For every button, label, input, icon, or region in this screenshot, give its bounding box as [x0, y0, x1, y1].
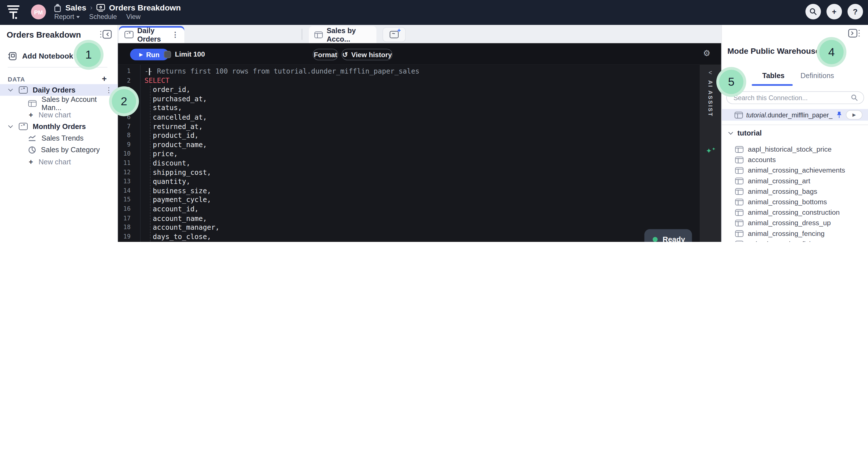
code-text: -- Returns first 100 rows from tutorial.…	[135, 67, 419, 76]
menu-schedule[interactable]: Schedule	[89, 13, 117, 20]
chevron-down-icon[interactable]	[8, 87, 13, 92]
panel-collapse-button[interactable]	[848, 29, 860, 38]
table-list-item[interactable]: animal_crossing_fish	[722, 239, 868, 242]
limit-label[interactable]: Limit 100	[175, 50, 205, 58]
line-number: 19	[118, 232, 135, 241]
sidebar-item-monthly-orders[interactable]: Monthly Orders	[0, 121, 118, 132]
table-icon	[28, 100, 36, 106]
code-line[interactable]: 6 cancelled_at,	[118, 113, 672, 122]
schema-search-input[interactable]	[733, 93, 848, 102]
create-button[interactable]: +	[827, 4, 842, 20]
pin-icon[interactable]	[836, 111, 842, 118]
table-list-item[interactable]: animal_crossing_bottoms	[722, 197, 868, 207]
table-icon	[735, 198, 743, 205]
tab-daily-orders[interactable]: Daily Orders ⋮	[119, 26, 184, 43]
code-line[interactable]: 19 days_to_close,	[118, 232, 672, 241]
annotation-badge-1: 1	[76, 43, 101, 67]
table-icon	[735, 146, 743, 153]
kebab-menu-icon[interactable]: ⋮	[172, 31, 179, 39]
menu-view[interactable]: View	[126, 13, 140, 20]
table-list-item[interactable]: animal_crossing_dress_up	[722, 218, 868, 228]
status-dot	[653, 236, 658, 242]
schema-search[interactable]	[726, 91, 864, 104]
add-data-button[interactable]: +	[102, 73, 107, 83]
code-line[interactable]: 3 order_id,	[118, 86, 672, 94]
sidebar-collapse-button[interactable]	[100, 30, 112, 39]
sidebar-item-daily-orders[interactable]: Daily Orders ⋮	[0, 84, 118, 96]
schema-group-tutorial[interactable]: tutorial	[729, 129, 762, 137]
line-number: 9	[118, 140, 135, 149]
avatar[interactable]: PM	[31, 4, 46, 20]
code-line[interactable]: 1 -- Returns first 100 rows from tutoria…	[118, 67, 672, 76]
limit-checkbox[interactable]	[164, 51, 171, 58]
code-line[interactable]: 15 payment_cycle,	[118, 195, 672, 204]
table-list-item[interactable]: animal_crossing_art	[722, 176, 868, 186]
code-line[interactable]: 12 shipping_cost,	[118, 168, 672, 177]
table-icon	[314, 31, 322, 38]
ai-assist-panel[interactable]: < AI ASSIST ✦✦	[700, 65, 721, 242]
mode-logo-icon[interactable]	[6, 5, 20, 20]
code-line[interactable]: 14 business_size,	[118, 186, 672, 195]
line-number: 14	[118, 186, 135, 195]
code-line[interactable]: 11 discount,	[118, 159, 672, 168]
code-line[interactable]: 16 account_id,	[118, 205, 672, 214]
menu-report[interactable]: Report	[54, 13, 80, 20]
help-button[interactable]: ?	[848, 4, 863, 20]
table-list-item[interactable]: aapl_historical_stock_price	[722, 144, 868, 154]
line-number: 16	[118, 205, 135, 214]
sidebar-new-chart-1[interactable]: + New chart	[0, 109, 118, 121]
table-list-item[interactable]: animal_crossing_fencing	[722, 228, 868, 239]
chevron-down-icon[interactable]	[8, 123, 13, 128]
data-section-label: DATA	[8, 76, 25, 82]
collection-icon	[54, 4, 61, 12]
code-text: account_name,	[135, 214, 207, 223]
search-button[interactable]	[805, 4, 821, 20]
run-button[interactable]: ▶ Run	[130, 49, 169, 60]
code-line[interactable]: 9 product_name,	[118, 140, 672, 149]
table-icon	[735, 241, 743, 242]
format-button[interactable]: Format	[313, 49, 338, 60]
line-number: 1	[118, 67, 135, 76]
sidebar-item-sales-by-account[interactable]: Sales by Account Man...	[0, 97, 118, 109]
line-number: 6	[118, 113, 135, 122]
code-line[interactable]: 10 price,	[118, 150, 672, 159]
query-icon	[124, 31, 133, 38]
table-list-item[interactable]: accounts	[722, 154, 868, 165]
tab-sales-by-account[interactable]: Sales by Acco...	[309, 26, 377, 43]
tab-tables[interactable]: Tables	[762, 71, 784, 80]
table-list-item[interactable]: animal_crossing_bags	[722, 186, 868, 196]
sidebar-item-sales-trends[interactable]: Sales Trends	[0, 132, 118, 144]
code-line[interactable]: 13 quantity,	[118, 177, 672, 186]
code-line[interactable]: 8 product_id,	[118, 131, 672, 140]
code-line[interactable]: 20 shipping_mode,	[118, 242, 672, 242]
code-line[interactable]: 17 account_name,	[118, 214, 672, 223]
code-line[interactable]: 5 status,	[118, 104, 672, 113]
pinned-table: .dunder_mifflin_paper_sales	[766, 111, 833, 119]
new-chart-tab-button[interactable]	[382, 27, 406, 42]
code-line[interactable]: 18 account_manager,	[118, 223, 672, 232]
play-icon: ▶	[140, 52, 143, 57]
table-icon	[735, 167, 743, 174]
table-icon	[735, 209, 743, 216]
table-list-item[interactable]: animal_crossing_achievements	[722, 165, 868, 176]
table-icon	[735, 177, 743, 184]
preview-table-button[interactable]: ▶	[846, 110, 863, 119]
tab-definitions[interactable]: Definitions	[800, 71, 834, 80]
gear-icon[interactable]: ⚙	[703, 48, 710, 58]
sidebar-new-chart-2[interactable]: + New chart	[0, 156, 118, 168]
code-line[interactable]: 4 purchased_at,	[118, 94, 672, 103]
sql-editor[interactable]: 1 -- Returns first 100 rows from tutoria…	[118, 65, 721, 242]
kebab-menu-icon[interactable]: ⋮	[105, 86, 112, 94]
code-line[interactable]: 7 returned_at,	[118, 122, 672, 131]
code-line[interactable]: 2 SELECT	[118, 76, 672, 85]
pinned-table-row[interactable]: tutorial.dunder_mifflin_paper_sales ▶	[722, 109, 868, 121]
report-menu-bar: Report Schedule View	[54, 13, 141, 20]
line-number: 17	[118, 214, 135, 223]
view-history-button[interactable]: ↺ View history	[341, 49, 393, 60]
line-number: 2	[118, 76, 135, 85]
sidebar-item-sales-by-category[interactable]: Sales by Category	[0, 144, 118, 156]
breadcrumb: Sales › Orders Breakdown	[54, 2, 181, 13]
table-list-item[interactable]: animal_crossing_construction	[722, 207, 868, 218]
breadcrumb-report[interactable]: Orders Breakdown	[109, 3, 181, 12]
breadcrumb-project[interactable]: Sales	[65, 3, 86, 12]
